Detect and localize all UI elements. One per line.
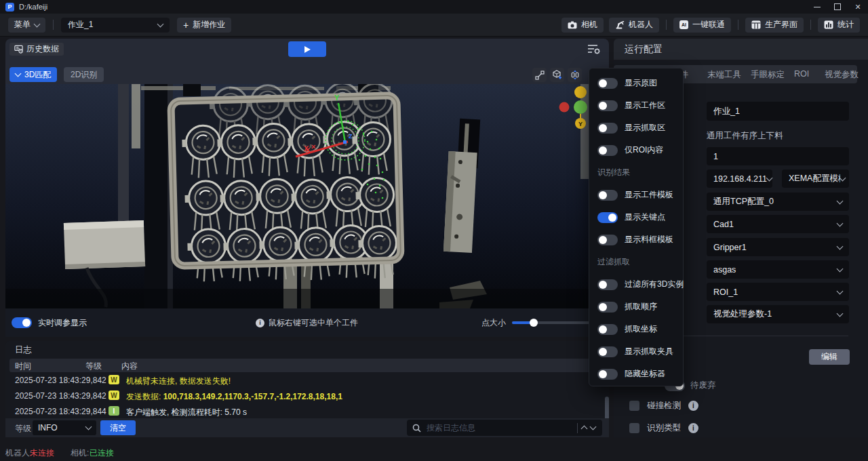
log-time: 2025-07-23 18:43:29,842 [15,391,106,401]
toggle[interactable] [597,212,618,223]
log-controls-bar: 等级 INFO 清空 [5,418,609,437]
camera-template-select[interactable]: XEMA配置模板- [782,169,849,188]
cad-select[interactable]: Cad1 [707,215,849,233]
new-job-button[interactable]: + 新增作业 [177,18,231,33]
chevron-down-icon[interactable] [590,424,597,430]
chevron-down-icon [837,310,844,317]
gripper-select[interactable]: Gripper1 [707,238,849,256]
tcp-config-select[interactable]: 通用TCP配置_0 [707,193,849,211]
toggle[interactable] [597,279,618,290]
chevron-down-icon [15,71,22,77]
realtime-tuning-toggle[interactable] [12,317,32,328]
roi-select[interactable]: ROI_1 [707,283,849,301]
stats-button[interactable]: 统计 [818,18,860,33]
maximize-button[interactable] [827,0,848,14]
measure-tool-button[interactable] [532,68,547,82]
realtime-tuning-label: 实时调参显示 [38,317,87,329]
menu-item-hide-gizmo[interactable]: 隐藏坐标器 [589,363,683,385]
camera-button[interactable]: 相机 [561,18,604,33]
log-table-header: 时间 等级 内容 [9,359,605,372]
fit-view-button[interactable] [568,68,582,82]
chevron-down-icon [837,287,844,294]
job-select[interactable]: 作业_1 [61,18,170,33]
menu-item-label: 显示料框模板 [625,234,673,245]
chevron-down-icon [34,20,41,27]
title-bar: P D:/kafeiji ✕ [0,0,868,14]
log-level-badge: W [108,375,119,384]
toggle[interactable] [597,100,618,111]
close-button[interactable]: ✕ [848,0,868,14]
new-job-label: 新增作业 [193,19,225,31]
app-logo: P [5,3,14,12]
menu-item-show-workpiece-template[interactable]: 显示工件模板 [589,184,683,206]
tab-vision-params[interactable]: 视觉参数 [825,69,859,81]
menu-item-filter-3d-instances[interactable]: 过滤所有3D实例 [589,273,683,296]
menu-item-show-grabzone[interactable]: 显示抓取区 [589,117,683,139]
robot-arm-icon [615,20,625,29]
production-ui-button[interactable]: 生产界面 [745,18,804,33]
toggle[interactable] [597,190,618,201]
toggle[interactable] [597,78,618,89]
parts-tray [170,84,401,283]
menu-item-show-keypoints[interactable]: 显示关键点 [589,206,683,228]
menu-item-show-gripper[interactable]: 显示抓取夹具 [589,340,683,363]
menu-item-grab-order[interactable]: 抓取顺序 [589,296,683,318]
level-filter-select[interactable]: INFO [33,420,96,435]
count-input[interactable] [713,152,842,161]
menu-item-grab-coords[interactable]: 抓取坐标 [589,318,683,340]
menu-item-label: 抓取顺序 [625,301,657,313]
tab-end-tool[interactable]: 末端工具 [707,69,741,81]
robot-button[interactable]: 机器人 [609,18,659,33]
job-name-field[interactable] [707,102,849,121]
divider [53,20,54,30]
recognition-type-checkbox[interactable] [629,423,639,433]
menu-item-roi-only[interactable]: 仅ROI内容 [589,139,683,161]
log-row[interactable]: 2025-07-23 18:43:29,842 W 发送数据: 100,718.… [5,388,601,403]
add-view-button[interactable] [550,68,564,82]
vision-param-select[interactable]: 视觉处理参数-1 [707,305,849,323]
workpiece-select[interactable]: asgas [707,260,849,279]
ip-select[interactable]: 192.168.4.211 [707,169,772,188]
toggle[interactable] [597,324,618,335]
log-row[interactable]: 2025-07-23 18:43:29,842 W 机械臂未连接, 数据发送失败… [5,372,601,388]
menu-item-label: 显示工作区 [625,100,665,111]
toggle[interactable] [597,123,618,134]
one-key-link-label: 一键联通 [692,19,725,31]
vision-param-value: 视觉处理参数-1 [713,308,772,320]
toggle[interactable] [597,302,618,313]
level-filter-label: 等级 [15,423,31,435]
clear-log-button[interactable]: 清空 [100,420,136,435]
toggle[interactable] [597,369,618,380]
edit-button[interactable]: 编辑 [809,349,850,365]
tab-3d-match[interactable]: 3D匹配 [9,67,57,82]
menu-item-show-bin-template[interactable]: 显示料框模板 [589,228,683,251]
job-name-input[interactable] [713,106,842,116]
collision-checkbox[interactable] [629,401,639,411]
main-menu-button[interactable]: 菜单 [8,18,45,33]
menu-item-show-original[interactable]: 显示原图 [589,72,683,94]
status-bar: 机器人: 未连接 相机: 已连接 [0,439,868,461]
log-search-input[interactable] [425,422,573,433]
log-row[interactable]: 2025-07-23 18:43:29,844 I 客户端触发, 检测流程耗时:… [5,403,601,419]
toggle[interactable] [597,145,618,156]
camera-status-value: 已连接 [90,447,114,459]
point-size-slider[interactable] [512,321,592,324]
menu-item-show-workzone[interactable]: 显示工作区 [589,94,683,117]
toggle[interactable] [597,346,618,357]
window-title: D:/kafeiji [19,3,47,11]
run-trigger-button[interactable] [288,41,326,57]
point-size-label: 点大小 [481,317,506,329]
slider-knob[interactable] [530,319,538,327]
tab-2d-recognition[interactable]: 2D识别 [64,67,104,82]
display-options-button[interactable] [587,43,601,57]
count-field[interactable] [707,147,849,165]
chevron-up-icon[interactable] [581,426,588,433]
tab-hand-eye-calib[interactable]: 手眼标定 [751,69,785,81]
minimize-button[interactable] [807,0,827,14]
one-key-link-button[interactable]: AI 一键联通 [673,18,731,33]
tab-roi[interactable]: ROI [794,69,809,79]
history-data-button[interactable]: 历史数据 [9,43,64,56]
play-icon [304,46,311,53]
toggle[interactable] [597,235,618,245]
point-cloud-scene[interactable]: X Y Z Y [5,84,609,308]
